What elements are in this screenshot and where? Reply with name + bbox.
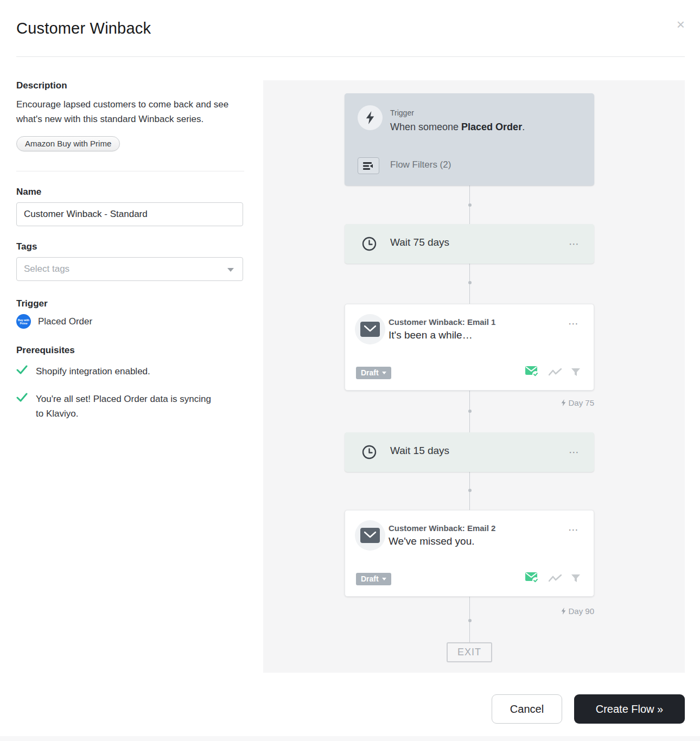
cancel-button[interactable]: Cancel: [492, 694, 562, 724]
trigger-value: Placed Order: [38, 316, 92, 327]
email-icon-halo: [355, 314, 385, 344]
day-marker: Day 90: [561, 606, 594, 616]
trigger-row: Buy with Prime Placed Order: [16, 314, 244, 329]
wait-step-label: Wait 15 days: [390, 445, 449, 457]
more-options-icon[interactable]: ⋯: [569, 447, 580, 457]
more-options-icon[interactable]: ⋯: [569, 239, 580, 249]
flow-preview-panel: Trigger When someone Placed Order. Flow …: [263, 80, 685, 673]
connector-dot: [468, 619, 472, 622]
day-marker: Day 75: [561, 398, 594, 407]
chevron-down-icon: [382, 372, 386, 374]
wait-step-card[interactable]: Wait 75 days ⋯: [345, 224, 594, 264]
trigger-card-label: Trigger: [390, 108, 414, 117]
email-icon: [360, 322, 380, 337]
email-step-subject: We've missed you.: [389, 535, 475, 547]
page-background-strip: [0, 736, 700, 741]
flow-trigger-card[interactable]: Trigger When someone Placed Order. Flow …: [345, 93, 594, 186]
status-label: Draft: [361, 368, 379, 377]
amazon-buy-with-prime-badge: Amazon Buy with Prime: [16, 136, 120, 151]
clock-icon: [362, 237, 377, 251]
check-icon: [16, 393, 28, 403]
prerequisites-label: Prerequisites: [16, 345, 244, 356]
email-step-card[interactable]: Customer Winback: Email 2 We've missed y…: [345, 510, 594, 597]
wait-step-label: Wait 75 days: [390, 237, 449, 248]
prerequisite-text: Shopify integration enabled.: [36, 364, 150, 379]
status-label: Draft: [361, 574, 379, 583]
email-status-icon: [525, 572, 539, 584]
exit-node[interactable]: EXIT: [447, 642, 492, 662]
flow-filters-icon[interactable]: [358, 157, 379, 174]
analytics-icon[interactable]: [549, 368, 562, 376]
prerequisite-text: You're all set! Placed Order data is syn…: [36, 392, 215, 421]
trigger-card-text: When someone Placed Order.: [390, 122, 525, 133]
connector-dot: [468, 281, 472, 284]
filter-icon[interactable]: [571, 574, 581, 583]
status-badge[interactable]: Draft: [356, 367, 391, 379]
description-label: Description: [16, 80, 244, 91]
trigger-text-prefix: When someone: [390, 122, 461, 132]
flow-filters-link[interactable]: Flow Filters (2): [390, 159, 451, 170]
day-marker-text: Day 90: [568, 606, 594, 616]
chip-line2: Prime: [20, 322, 28, 325]
trigger-label: Trigger: [16, 298, 244, 309]
email-status-icon: [525, 366, 539, 378]
lightning-icon: [561, 399, 566, 406]
check-icon: [16, 365, 28, 375]
left-column: Description Encourage lapsed customers t…: [16, 80, 244, 421]
lightning-icon: [358, 105, 383, 130]
clock-icon: [362, 445, 377, 459]
chevron-down-icon: [227, 268, 234, 272]
buy-with-prime-icon: Buy with Prime: [16, 314, 31, 329]
more-options-icon[interactable]: ⋯: [568, 525, 580, 535]
connector-dot: [468, 489, 472, 492]
email-step-subject: It's been a while…: [389, 329, 473, 341]
email-icon: [360, 528, 380, 543]
email-step-title: Customer Winback: Email 2: [389, 523, 495, 533]
email-card-icons: [525, 366, 581, 378]
prerequisite-item: You're all set! Placed Order data is syn…: [16, 392, 244, 421]
email-step-title: Customer Winback: Email 1: [389, 317, 495, 327]
page-title: Customer Winback: [16, 20, 151, 37]
create-flow-modal: Customer Winback × Description Encourage…: [0, 0, 700, 741]
tags-select[interactable]: Select tags: [16, 257, 243, 281]
lightning-icon: [561, 608, 566, 615]
trigger-text-metric: Placed Order: [461, 122, 522, 132]
connector-dot: [468, 203, 472, 207]
create-flow-button[interactable]: Create Flow »: [574, 694, 685, 724]
wait-step-card[interactable]: Wait 15 days ⋯: [345, 432, 594, 472]
description-text: Encourage lapsed customers to come back …: [16, 97, 239, 126]
status-badge[interactable]: Draft: [356, 573, 391, 585]
analytics-icon[interactable]: [549, 574, 562, 582]
day-marker-text: Day 75: [568, 398, 594, 407]
email-icon-halo: [355, 520, 385, 551]
tags-label: Tags: [16, 241, 244, 252]
email-card-icons: [525, 572, 581, 584]
email-step-card[interactable]: Customer Winback: Email 1 It's been a wh…: [345, 304, 594, 391]
header-divider: [16, 56, 685, 57]
chevron-down-icon: [382, 578, 386, 580]
section-divider: [16, 171, 244, 171]
flow-name-input[interactable]: [16, 202, 243, 226]
more-options-icon[interactable]: ⋯: [568, 318, 580, 329]
filter-icon[interactable]: [571, 368, 581, 377]
name-label: Name: [16, 187, 244, 197]
close-icon[interactable]: ×: [677, 17, 685, 31]
trigger-text-suffix: .: [522, 122, 525, 132]
tags-placeholder: Select tags: [24, 264, 69, 274]
prerequisite-item: Shopify integration enabled.: [16, 364, 244, 379]
connector-dot: [468, 410, 472, 413]
